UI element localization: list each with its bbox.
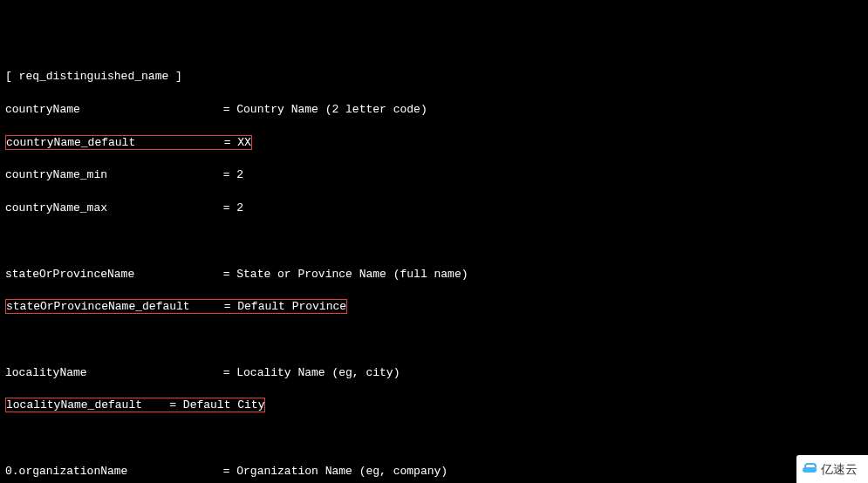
- blank-line: [5, 332, 863, 349]
- watermark-logo: 亿速云: [796, 455, 868, 483]
- section-header: [ req_distinguished_name ]: [5, 69, 863, 85]
- highlight-stateOrProvinceName-default: stateOrProvinceName_default = Default Pr…: [5, 299, 347, 314]
- config-line-organizationName: 0.organizationName = Organization Name (…: [5, 464, 863, 480]
- config-line-localityName-default-hl: localityName_default = Default City: [5, 398, 863, 414]
- config-line-countryName-default-hl: countryName_default = XX: [5, 135, 863, 152]
- highlight-localityName-default: localityName_default = Default City: [5, 398, 265, 412]
- config-line-countryName-max: countryName_max = 2: [5, 201, 863, 217]
- blank-line: [5, 234, 863, 250]
- config-line-countryName: countryName = Country Name (2 letter cod…: [5, 102, 863, 119]
- config-line-stateOrProvinceName: stateOrProvinceName = State or Province …: [5, 267, 863, 283]
- highlight-countryName-default: countryName_default = XX: [5, 135, 252, 150]
- config-line-stateOrProvinceName-default-hl: stateOrProvinceName_default = Default Pr…: [5, 299, 863, 316]
- blank-line: [5, 431, 863, 447]
- config-line-localityName: localityName = Locality Name (eg, city): [5, 365, 863, 382]
- config-line-countryName-min: countryName_min = 2: [5, 167, 863, 184]
